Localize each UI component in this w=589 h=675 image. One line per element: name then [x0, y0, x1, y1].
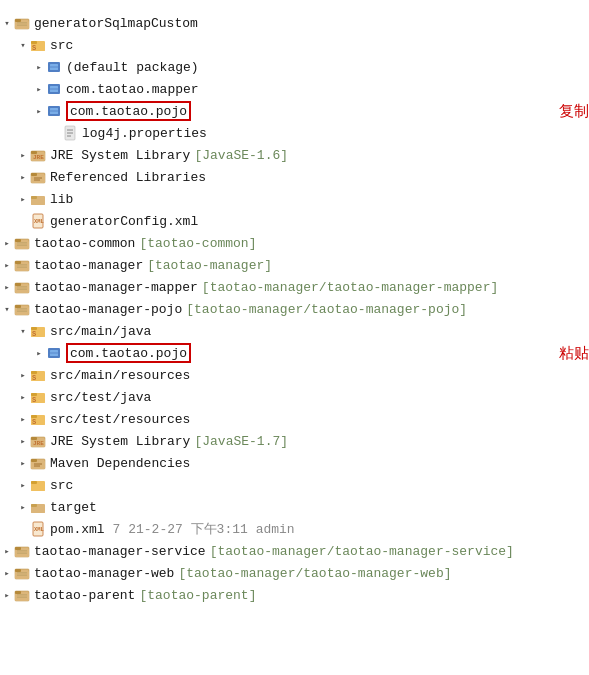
- tree-item-mapper-pkg: com.taotao.mapper: [0, 78, 589, 100]
- tree-row-taotao-parent[interactable]: taotao-parent [taotao-parent]: [0, 584, 589, 606]
- no-arrow: [16, 214, 30, 228]
- item-label: src/test/resources: [50, 412, 190, 427]
- tree-item-lib: lib: [0, 188, 589, 210]
- expand-arrow[interactable]: [0, 258, 14, 272]
- tree-row-default-pkg[interactable]: (default package): [0, 56, 589, 78]
- tree-row-log4j[interactable]: log4j.properties: [0, 122, 589, 144]
- tree-row-taotao-manager-web[interactable]: taotao-manager-web [taotao-manager/taota…: [0, 562, 589, 584]
- tree-row-root[interactable]: generatorSqlmapCustom: [0, 12, 589, 34]
- svg-rect-40: [17, 245, 27, 247]
- expand-arrow[interactable]: [16, 148, 30, 162]
- item-label: Maven Dependencies: [50, 456, 190, 471]
- tree-row-taotao-manager-mapper[interactable]: taotao-manager-mapper [taotao-manager/ta…: [0, 276, 589, 298]
- item-label: taotao-parent: [34, 588, 135, 603]
- expand-arrow[interactable]: [16, 456, 30, 470]
- svg-rect-4: [17, 25, 27, 27]
- svg-rect-105: [17, 594, 27, 596]
- tree-row-src-test-res[interactable]: S src/test/resources: [0, 408, 589, 430]
- svg-rect-27: [31, 175, 45, 183]
- tree-item-pojo-pkg: com.taotao.pojo复制: [0, 100, 589, 122]
- expand-arrow[interactable]: [32, 104, 46, 118]
- item-suffix: [taotao-manager]: [147, 258, 272, 273]
- src-folder-icon: S: [30, 367, 46, 383]
- tree-row-src-main-java[interactable]: S src/main/java: [0, 320, 589, 342]
- tree-row-target[interactable]: target: [0, 496, 589, 518]
- item-label: taotao-common: [34, 236, 135, 251]
- tree-item-src-test-res: S src/test/resources: [0, 408, 589, 430]
- jre-icon: JRE: [30, 433, 46, 449]
- expand-arrow[interactable]: [32, 346, 46, 360]
- tree-row-jre[interactable]: JRE JRE System Library [JavaSE-1.6]: [0, 144, 589, 166]
- tree-item-pom-xml: XML pom.xml7 21-2-27 下午3:11 admin: [0, 518, 589, 540]
- annotation-label: 复制: [559, 102, 589, 121]
- expand-arrow[interactable]: [32, 82, 46, 96]
- tree-item-taotao-manager-pojo: taotao-manager-pojo [taotao-manager/taot…: [0, 298, 589, 320]
- tree-row-taotao-manager-service[interactable]: taotao-manager-service [taotao-manager/t…: [0, 540, 589, 562]
- tree-row-maven-deps[interactable]: Maven Dependencies: [0, 452, 589, 474]
- expand-arrow[interactable]: [0, 544, 14, 558]
- package-icon: [46, 59, 62, 75]
- tree-row-pom-xml[interactable]: XML pom.xml7 21-2-27 下午3:11 admin: [0, 518, 589, 540]
- item-label: JRE System Library: [50, 148, 190, 163]
- tree-row-src[interactable]: S src: [0, 34, 589, 56]
- tree-row-gen-config[interactable]: XML generatorConfig.xml: [0, 210, 589, 232]
- tree-row-src-main-res[interactable]: S src/main/resources: [0, 364, 589, 386]
- src-folder-icon: S: [30, 37, 46, 53]
- project-icon: [14, 587, 30, 603]
- svg-rect-94: [15, 547, 21, 550]
- src-folder-icon: S: [30, 411, 46, 427]
- svg-rect-49: [17, 286, 27, 288]
- svg-rect-3: [17, 22, 27, 24]
- tree-row-taotao-manager-pojo[interactable]: taotao-manager-pojo [taotao-manager/taot…: [0, 298, 589, 320]
- tree-row-taotao-common[interactable]: taotao-common [taotao-common]: [0, 232, 589, 254]
- tree-row-src-test-java[interactable]: S src/test/java: [0, 386, 589, 408]
- expand-arrow[interactable]: [16, 412, 30, 426]
- tree-item-jre: JRE JRE System Library [JavaSE-1.6]: [0, 144, 589, 166]
- item-suffix: [taotao-parent]: [139, 588, 256, 603]
- tree-item-src-main-java: S src/main/java: [0, 320, 589, 342]
- expand-arrow[interactable]: [0, 588, 14, 602]
- jre-icon: JRE: [30, 147, 46, 163]
- svg-rect-53: [15, 305, 21, 308]
- svg-text:S: S: [32, 418, 36, 426]
- expand-arrow[interactable]: [16, 478, 30, 492]
- svg-rect-38: [15, 239, 21, 242]
- svg-rect-80: [31, 461, 45, 469]
- tree-row-pojo-pkg[interactable]: com.taotao.pojo: [0, 100, 547, 122]
- tree-item-target: target: [0, 496, 589, 518]
- expand-arrow[interactable]: [16, 434, 30, 448]
- expand-arrow[interactable]: [16, 500, 30, 514]
- tree-item-taotao-common: taotao-common [taotao-common]: [0, 232, 589, 254]
- tree-row-taotao-manager[interactable]: taotao-manager [taotao-manager]: [0, 254, 589, 276]
- tree-row-lib[interactable]: lib: [0, 188, 589, 210]
- expand-arrow[interactable]: [0, 566, 14, 580]
- item-label: target: [50, 500, 97, 515]
- expand-arrow[interactable]: [16, 38, 30, 52]
- expand-arrow[interactable]: [0, 280, 14, 294]
- expand-arrow[interactable]: [16, 368, 30, 382]
- expand-arrow[interactable]: [16, 170, 30, 184]
- svg-rect-99: [15, 569, 21, 572]
- tree-row-src2[interactable]: src: [0, 474, 589, 496]
- tree-row-ref-libs[interactable]: Referenced Libraries: [0, 166, 589, 188]
- expand-arrow[interactable]: [16, 192, 30, 206]
- expand-arrow[interactable]: [0, 302, 14, 316]
- tree-row-mapper-pkg[interactable]: com.taotao.mapper: [0, 78, 589, 100]
- tree-row-jre17[interactable]: JRE JRE System Library [JavaSE-1.7]: [0, 430, 589, 452]
- expand-arrow[interactable]: [16, 324, 30, 338]
- item-suffix: [taotao-manager/taotao-manager-service]: [210, 544, 514, 559]
- expand-arrow[interactable]: [0, 16, 14, 30]
- tree-item-root: generatorSqlmapCustom: [0, 12, 589, 34]
- svg-rect-32: [31, 198, 45, 205]
- src-folder-icon: S: [30, 389, 46, 405]
- expand-arrow[interactable]: [0, 236, 14, 250]
- item-label: pom.xml: [50, 522, 105, 537]
- svg-rect-101: [17, 575, 27, 577]
- expand-arrow[interactable]: [16, 390, 30, 404]
- svg-rect-100: [17, 572, 27, 574]
- svg-text:XML: XML: [34, 526, 45, 533]
- ref-libs-icon: [30, 169, 46, 185]
- expand-arrow[interactable]: [32, 60, 46, 74]
- tree-row-com-taotao-pojo[interactable]: com.taotao.pojo: [0, 342, 547, 364]
- svg-rect-28: [31, 173, 37, 176]
